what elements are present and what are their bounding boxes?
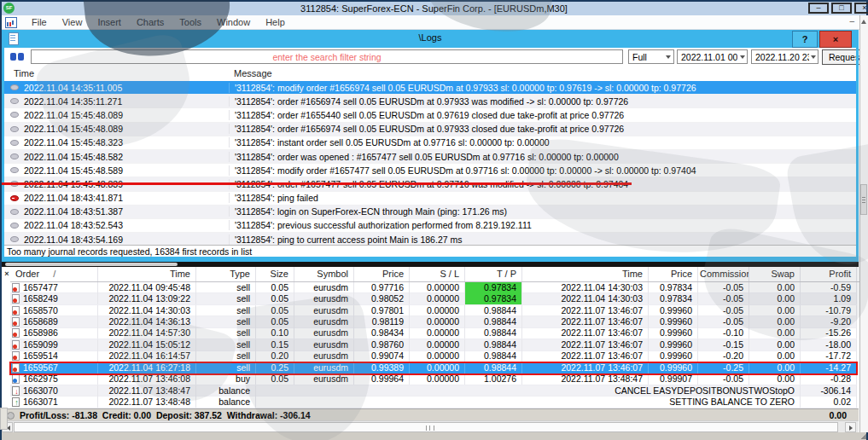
log-row[interactable]: 2022.11.04 14:35:11.005 '3112854': modif… <box>2 81 859 95</box>
window-bottom-edge <box>0 432 868 440</box>
order-row[interactable]: 1658570 2022.11.04 14:30:03 sell 0.05 eu… <box>10 305 857 316</box>
log-time: 2022.11.04 15:45:48.089 <box>19 124 229 134</box>
log-time: 2022.11.04 15:45:48.089 <box>19 110 229 120</box>
log-message: '3112854': order #1656974 sell 0.05 EURU… <box>229 96 859 107</box>
minimize-button[interactable]: – <box>808 3 829 14</box>
chevron-down-icon <box>662 50 673 63</box>
log-row[interactable]: 2022.11.04 18:43:54.169 '3112854': ping … <box>2 233 859 245</box>
column-header-type[interactable]: Type <box>196 267 256 281</box>
menu-insert[interactable]: Insert <box>90 17 129 27</box>
orders-column-headers: Order/ Time Type Size Symbol Price S / L… <box>10 267 867 282</box>
maximize-button[interactable]: □ <box>831 3 852 14</box>
title-bar[interactable]: SF 3112854: SuperForex-ECN - SuperFin Co… <box>0 2 868 15</box>
log-message: '3112854': previous successful authoriza… <box>229 220 859 230</box>
column-header-size[interactable]: Size <box>256 267 294 281</box>
menu-file[interactable]: File <box>24 17 55 27</box>
column-header-price[interactable]: Price <box>354 267 410 281</box>
column-header-message[interactable]: Message <box>234 68 272 78</box>
search-filter-input[interactable] <box>31 49 623 64</box>
log-time: 2022.11.04 18:43:41.871 <box>19 193 229 203</box>
log-mode-select[interactable]: Full <box>628 49 674 64</box>
logs-panel-border <box>856 29 859 262</box>
order-id: 1659514 <box>23 350 58 362</box>
chevron-down-icon <box>737 50 747 63</box>
resize-grip[interactable] <box>859 434 866 439</box>
order-row[interactable]: 1658689 2022.11.04 14:36:13 sell 0.05 eu… <box>10 316 857 327</box>
balance-row[interactable]: ↑1663071 2022.11.07 13:48:48 balance SET… <box>10 397 857 408</box>
orders-horizontal-scrollbar[interactable] <box>2 420 859 433</box>
order-row[interactable]: 1659099 2022.11.04 15:05:12 sell 0.15 eu… <box>10 339 857 350</box>
log-time: 2022.11.04 15:45:48.589 <box>19 165 229 176</box>
order-id: 1663070 <box>23 385 58 397</box>
column-header-close-price[interactable]: Price <box>649 267 698 281</box>
orders-panel: × Order/ Time Type Size Symbol Price S /… <box>2 267 859 432</box>
info-icon <box>10 223 19 229</box>
order-row[interactable]: 1658986 2022.11.04 14:57:30 sell 0.10 eu… <box>10 328 857 339</box>
menu-tools[interactable]: Tools <box>172 17 209 27</box>
window-border <box>0 0 2 440</box>
sell-order-icon <box>12 306 20 316</box>
window-title: 3112854: SuperForex-ECN - SuperFin Corp.… <box>0 3 868 14</box>
help-button[interactable]: ? <box>792 31 818 48</box>
column-header-sl[interactable]: S / L <box>410 267 465 281</box>
balance-description: CANCEL EASYDEPOSITBONUSTWOStopO <box>256 385 801 397</box>
log-message: '3112854': instant order sell 0.05 EURUS… <box>229 137 859 148</box>
scrollbar-thumb[interactable] <box>860 184 867 215</box>
scroll-right-arrow[interactable] <box>845 422 856 432</box>
vertical-scrollbar[interactable] <box>859 15 868 432</box>
log-time: 2022.11.04 18:43:52.543 <box>19 220 229 230</box>
log-row[interactable]: 2022.11.04 15:45:48.323 '3112854': insta… <box>2 136 859 150</box>
sell-order-icon <box>12 328 20 338</box>
column-header-symbol[interactable]: Symbol <box>294 267 354 281</box>
menu-view[interactable]: View <box>55 17 90 27</box>
mdi-minimize-button[interactable]: – <box>849 16 854 26</box>
logs-close-button[interactable]: × <box>819 31 852 48</box>
column-header-commission[interactable]: Commission <box>698 267 749 281</box>
column-header-tp[interactable]: T / P <box>465 267 522 281</box>
date-from-select[interactable]: 2022.11.01 00:00 <box>677 49 748 64</box>
logs-panel-title: \Logs <box>2 32 859 43</box>
deposit-icon: ↑ <box>12 397 20 407</box>
log-row[interactable]: 2022.11.04 18:43:51.387 '3112854': login… <box>2 206 859 219</box>
logs-panel: \Logs ? × Full 2022.11.01 00:00 2022.11.… <box>2 29 859 262</box>
log-row[interactable]: 2022.11.04 15:45:48.589 '3112854': modif… <box>2 164 859 177</box>
close-button[interactable]: × <box>854 3 868 14</box>
date-to-select[interactable]: 2022.11.20 23:59 <box>751 49 818 64</box>
column-header-order[interactable]: Order/ <box>10 267 98 281</box>
log-row[interactable]: 2022.11.04 18:43:52.543 '3112854': previ… <box>2 219 859 233</box>
menu-charts[interactable]: Charts <box>129 17 172 27</box>
log-message: '3112854': modify order #1657477 sell 0.… <box>229 165 859 176</box>
info-icon <box>10 98 19 104</box>
log-row[interactable]: 2022.11.04 14:35:11.271 '3112854': order… <box>2 95 859 108</box>
log-message: '3112854': order was opened : #1657477 s… <box>229 152 859 162</box>
account-summary: Profit/Loss: -81.38 Credit: 0.00 Deposit… <box>20 410 311 420</box>
scrollbar-thumb[interactable] <box>5 263 178 266</box>
log-message: '3112854': ping to current access point … <box>229 234 859 245</box>
column-header-time[interactable]: Time <box>14 68 34 78</box>
order-row[interactable]: 1658249 2022.11.04 13:09:22 sell 0.05 eu… <box>10 293 857 304</box>
sell-order-icon <box>12 351 20 361</box>
order-row[interactable]: 1657477 2022.11.04 09:45:48 sell 0.05 eu… <box>10 282 857 293</box>
menu-window[interactable]: Window <box>209 17 258 27</box>
logs-title-bar: \Logs ? × <box>2 29 859 48</box>
balance-row[interactable]: ↓1663070 2022.11.07 13:48:47 balance CAN… <box>10 385 857 397</box>
log-row[interactable]: 2022.11.04 15:45:48.582 '3112854': order… <box>2 150 859 164</box>
log-message: '3112854': modify order #1656974 sell 0.… <box>229 83 859 93</box>
log-row[interactable]: 2022.11.04 18:43:41.871 '3112854': ping … <box>2 192 859 206</box>
log-row[interactable]: 2022.11.04 15:45:48.089 '3112854': order… <box>2 108 859 122</box>
order-row-selected[interactable]: 1659567 2022.11.04 16:27:18 sell 0.25 eu… <box>10 362 857 373</box>
scroll-up-arrow[interactable] <box>861 17 866 24</box>
column-header-profit[interactable]: Profit <box>801 267 857 281</box>
log-row[interactable]: 2022.11.04 15:45:48.089 '3112854': order… <box>2 123 859 136</box>
menu-help[interactable]: Help <box>258 17 293 27</box>
column-header-swap[interactable]: Swap <box>749 267 801 281</box>
column-header-open-time[interactable]: Time <box>98 267 196 281</box>
order-row[interactable]: 1662975 2022.11.07 13:46:08 buy 0.05 eur… <box>10 374 857 385</box>
logs-filter-bar: Full 2022.11.01 00:00 2022.11.20 23:59 R… <box>2 48 859 67</box>
buy-order-icon <box>12 374 20 384</box>
info-icon <box>10 236 19 242</box>
column-header-close-time[interactable]: Time <box>522 267 649 281</box>
panel-side-grip[interactable] <box>0 408 8 430</box>
scrollbar-thumb[interactable] <box>14 422 838 432</box>
order-row[interactable]: 1659514 2022.11.04 16:14:57 sell 0.20 eu… <box>10 351 857 362</box>
